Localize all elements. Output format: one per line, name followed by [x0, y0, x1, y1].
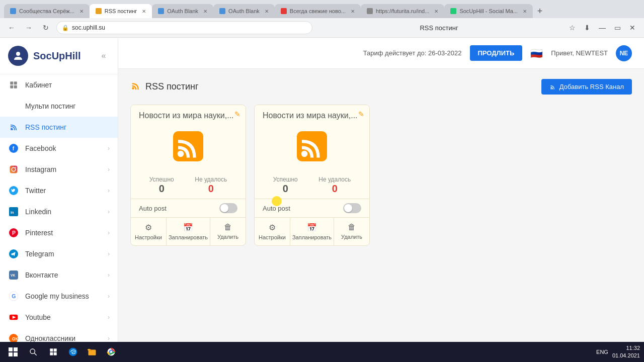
card-1-settings-button[interactable]: ⚙ Настройки — [131, 218, 167, 245]
rss-card-2: Новости из мира науки,... ✎ — [254, 105, 370, 246]
prodlit-button[interactable]: ПРОДЛИТЬ — [470, 45, 523, 61]
card-1-settings-label: Настройки — [135, 234, 162, 240]
user-greeting: Привет, NEWTEST — [551, 49, 608, 57]
tab-close-2[interactable]: ✕ — [142, 9, 146, 14]
svg-point-30 — [301, 151, 308, 157]
sidebar-item-label-telegram: Telegram — [25, 250, 102, 258]
tab-close-6[interactable]: ✕ — [434, 9, 438, 14]
rss-title-icon — [130, 80, 141, 94]
download-button[interactable]: ⬇ — [581, 21, 594, 34]
sidebar-item-youtube[interactable]: Youtube › — [0, 307, 118, 328]
card-1-edit-button[interactable]: ✎ — [234, 110, 240, 118]
card-1-failed-label: Не удалось — [195, 176, 227, 183]
card-1-delete-button[interactable]: 🗑 Удалить — [210, 218, 246, 245]
content-area: RSS постинг Добавить RSS Канал Новости и… — [118, 69, 644, 362]
sidebar-item-label-cabinet: Кабинет — [25, 81, 110, 89]
card-2-edit-button[interactable]: ✎ — [358, 110, 364, 118]
browser-tab-5[interactable]: Всегда свежие ново... ✕ — [275, 4, 361, 18]
add-rss-button[interactable]: Добавить RSS Канал — [541, 79, 632, 95]
card-2-success-label: Успешно — [273, 176, 298, 183]
card-2-schedule-button[interactable]: 📅 Запланировать — [290, 218, 334, 245]
sidebar-item-google-business[interactable]: G Google my business › — [0, 286, 118, 307]
card-1-title: Новости из мира науки,... — [139, 111, 234, 120]
sidebar-item-instagram[interactable]: Instagram › — [0, 159, 118, 180]
card-2-delete-button[interactable]: 🗑 Удалить — [334, 218, 369, 245]
sidebar-collapse-button[interactable]: « — [98, 50, 110, 62]
bookmark-button[interactable]: ☆ — [566, 21, 579, 34]
card-2-failed-stat: Не удалось 0 — [318, 176, 351, 195]
back-button[interactable]: ← — [5, 21, 18, 34]
sidebar-item-label-instagram: Instagram — [25, 165, 102, 173]
maximize-button[interactable]: ▭ — [611, 21, 624, 34]
card2-schedule-icon: 📅 — [307, 223, 317, 232]
sidebar-item-label-rss: RSS постинг — [25, 123, 110, 131]
svg-rect-2 — [14, 81, 17, 84]
sidebar-item-label-linkedin: Linkedin — [25, 208, 102, 216]
instagram-arrow: › — [108, 166, 110, 173]
taskbar-explorer[interactable] — [84, 344, 101, 360]
twitter-icon — [8, 185, 19, 196]
browser-tab-7[interactable]: SocUpHill - Social Ma... ✕ — [444, 4, 533, 18]
svg-point-0 — [16, 52, 20, 56]
card-2-success-value: 0 — [273, 183, 298, 195]
card2-settings-icon: ⚙ — [269, 223, 276, 232]
card-2-settings-label: Настройки — [259, 234, 286, 240]
browser-tab-4[interactable]: OAuth Blank ✕ — [213, 4, 275, 18]
pinterest-icon: P — [8, 227, 19, 238]
reload-button[interactable]: ↻ — [39, 21, 52, 34]
svg-rect-44 — [88, 349, 91, 350]
taskbar-lang: ENG — [596, 349, 608, 355]
tab-close-4[interactable]: ✕ — [265, 9, 269, 14]
svg-rect-37 — [50, 348, 53, 351]
tab-close-1[interactable]: ✕ — [79, 9, 84, 14]
schedule-icon: 📅 — [183, 223, 193, 232]
card-1-schedule-button[interactable]: 📅 Запланировать — [167, 218, 210, 245]
svg-text:G: G — [12, 293, 16, 299]
flag-icon: 🇷🇺 — [530, 47, 543, 59]
tab-close-5[interactable]: ✕ — [351, 9, 355, 14]
taskbar-edge[interactable] — [64, 344, 82, 360]
tab-close-7[interactable]: ✕ — [523, 9, 527, 14]
search-taskbar-button[interactable] — [24, 343, 42, 361]
sidebar-item-multi-post[interactable]: Мульти постинг — [0, 96, 118, 117]
user-avatar[interactable]: NE — [616, 45, 632, 61]
main-header: Тариф действует до: 26-03-2022 ПРОДЛИТЬ … — [118, 38, 644, 69]
card-1-autopost: Auto post — [131, 199, 246, 217]
telegram-arrow: › — [108, 250, 110, 257]
google-business-arrow: › — [108, 293, 110, 300]
sidebar-item-cabinet[interactable]: Кабинет — [0, 74, 118, 96]
sidebar-item-linkedin[interactable]: in Linkedin › — [0, 201, 118, 222]
browser-tab-6[interactable]: https://futurita.ru/ind... ✕ — [361, 4, 444, 18]
taskbar-chrome[interactable] — [103, 344, 120, 360]
sidebar-item-facebook[interactable]: f Facebook › — [0, 138, 118, 159]
sidebar-item-label-facebook: Facebook — [25, 144, 102, 152]
taskbar-time: 11:32 — [612, 344, 640, 352]
multi-post-icon — [8, 101, 19, 112]
sidebar-item-telegram[interactable]: Telegram › — [0, 243, 118, 264]
sidebar-item-twitter[interactable]: Twitter › — [0, 180, 118, 201]
card-1-success-label: Успешно — [149, 176, 174, 183]
tab-close-3[interactable]: ✕ — [203, 9, 207, 14]
new-tab-button[interactable]: + — [533, 4, 547, 18]
browser-tab-1[interactable]: Сообщества Серёж... ✕ — [4, 4, 90, 18]
sidebar-item-vkontakte[interactable]: VK Вконтакте › — [0, 264, 118, 286]
browser-tab-2[interactable]: RSS постинг ✕ — [90, 4, 152, 18]
card-2-failed-label: Не удалось — [318, 176, 351, 183]
svg-rect-33 — [9, 352, 13, 356]
sidebar-item-pinterest[interactable]: P Pinterest › — [0, 222, 118, 243]
svg-text:VK: VK — [11, 274, 16, 277]
svg-point-35 — [30, 349, 35, 353]
card-2-autopost-toggle[interactable] — [343, 203, 361, 213]
svg-point-25 — [132, 87, 134, 89]
card-2-settings-button[interactable]: ⚙ Настройки — [255, 218, 290, 245]
card-2-title: Новости из мира науки,... — [263, 111, 358, 120]
minimize-button[interactable]: — — [596, 21, 609, 34]
start-button[interactable] — [4, 343, 22, 361]
apps-button[interactable] — [44, 343, 62, 361]
close-window-button[interactable]: ✕ — [626, 21, 639, 34]
address-bar[interactable]: 🔒 soc.uphill.su — [56, 21, 312, 34]
browser-tab-3[interactable]: OAuth Blank ✕ — [152, 4, 213, 18]
sidebar-item-rss[interactable]: RSS постинг — [0, 117, 118, 138]
card-1-autopost-toggle[interactable] — [219, 203, 237, 213]
forward-button[interactable]: → — [22, 21, 35, 34]
